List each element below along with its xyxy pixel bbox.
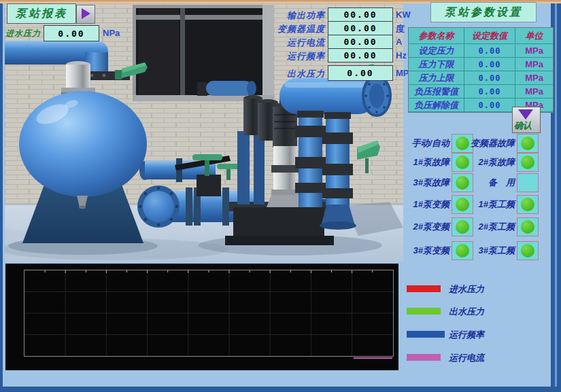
status-label-pump2-mains: 2#泵工频 [464, 221, 515, 233]
legend-label-inlet: 进水压力 [449, 283, 484, 296]
param-value-input[interactable]: 0.00 [464, 71, 515, 85]
readout-unit-frequency: Hz [396, 50, 407, 60]
param-name: 压力上限 [409, 71, 464, 85]
current-trace [354, 357, 392, 359]
param-value-input[interactable]: 0.00 [464, 99, 515, 112]
readout-unit-current: A [396, 37, 402, 47]
trend-grid [24, 270, 393, 356]
readout-value-frequency: 00.00 [328, 48, 393, 63]
status-label-auto-manual: 手动/自动 [405, 137, 449, 149]
lamp-icon [521, 156, 534, 169]
legend-item: 出水压力 [407, 306, 556, 317]
legend-label-outlet: 出水压力 [449, 306, 484, 318]
lamp-icon [521, 220, 534, 234]
readout-value-vfd-temp: 00.00 [328, 21, 393, 35]
outlet-pressure-value: 0.00 [328, 65, 393, 81]
readout-label-power: 输出功率 [245, 10, 325, 22]
readout-value-current: 00.00 [328, 35, 393, 49]
readout-unit-power: KW [396, 10, 411, 20]
outlet-pressure-label: 出水压力 [275, 68, 325, 80]
legend-label-frequency: 运行频率 [449, 329, 484, 341]
param-unit: MPa [515, 44, 553, 58]
legend-item: 运行电流 [407, 352, 556, 363]
status-lamp-pump1-mains [517, 195, 539, 214]
inlet-pressure-label: 进水压力 [5, 28, 41, 39]
status-label-pump3-fault: 3#泵故障 [405, 177, 449, 189]
param-value-input[interactable]: 0.00 [464, 44, 515, 58]
legend-label-current: 运行电流 [449, 352, 484, 364]
parameter-table: 参数名称 设定数值 单位 设定压力 0.00 MPa 压力下限 0.00 MPa… [408, 27, 554, 113]
report-button[interactable]: 泵站报表 [7, 3, 76, 24]
status-lamp-pump3-mains [517, 241, 539, 260]
window-border-bottom [0, 387, 561, 392]
confirm-button-label: 确认 [514, 120, 532, 132]
legend-swatch-outlet [407, 308, 441, 315]
status-lamp-spare [517, 173, 539, 192]
status-label-pump3-mains: 3#泵工频 [464, 245, 515, 257]
confirm-button[interactable]: 确认 [512, 107, 541, 133]
play-icon [82, 8, 90, 19]
legend-swatch-frequency [407, 331, 445, 338]
window-border-left [0, 3, 3, 392]
status-label-pump3-vfd: 3#泵变频 [405, 245, 449, 257]
outlet-manifold [279, 78, 376, 119]
table-header-unit: 单位 [515, 28, 553, 44]
legend-item: 运行频率 [407, 329, 556, 340]
trend-legend: 进水压力 出水压力 运行频率 运行电流 [407, 279, 556, 367]
status-lamp-pump2-fault [517, 153, 539, 172]
table-header-value: 设定数值 [464, 28, 515, 44]
readout-unit-vfd-temp: 度 [396, 23, 405, 35]
inlet-pressure-value: 0.00 [44, 25, 99, 41]
confirm-arrow-icon [518, 109, 533, 120]
pump-station-hmi: { "header": { "report_button_label": "泵站… [0, 0, 561, 392]
param-unit: MPa [515, 58, 553, 71]
tank-top-cylinder [61, 61, 95, 94]
status-label-vfd-fault: 变频器故障 [464, 137, 515, 149]
readout-value-power: 00.00 [328, 7, 393, 22]
status-lamp-vfd-fault [517, 134, 539, 153]
status-label-pump1-fault: 1#泵故障 [405, 156, 449, 168]
status-indicator-grid: 手动/自动 变频器故障 1#泵故障 2#泵故障 3#泵故障 备 用 1#泵变频 … [405, 134, 551, 263]
param-unit: MPa [515, 85, 553, 99]
status-label-pump2-fault: 2#泵故障 [464, 156, 515, 168]
param-unit: MPa [515, 71, 553, 85]
param-name: 负压报警值 [409, 85, 464, 99]
param-name: 负压解除值 [409, 99, 464, 112]
param-value-input[interactable]: 0.00 [464, 85, 515, 99]
lamp-icon [521, 198, 534, 211]
legend-swatch-current [407, 354, 441, 361]
pump-base [225, 202, 334, 245]
readout-label-vfd-temp: 变频器温度 [245, 23, 325, 35]
front-flange-cap [137, 185, 180, 228]
status-label-pump1-mains: 1#泵工频 [464, 198, 515, 211]
lamp-icon [521, 244, 534, 257]
trend-plot-area [24, 270, 394, 357]
manifold-end-cap [363, 76, 390, 115]
table-header-name: 参数名称 [409, 28, 464, 44]
legend-swatch-inlet [407, 285, 441, 292]
settings-panel-title: 泵站参数设置 [430, 2, 537, 22]
trend-chart [5, 264, 398, 370]
readout-label-frequency: 运行频率 [245, 50, 325, 63]
lamp-icon [521, 137, 534, 150]
param-name: 设定压力 [409, 44, 464, 58]
param-value-input[interactable]: 0.00 [464, 58, 515, 71]
readout-label-current: 运行电流 [245, 37, 325, 49]
legend-item: 进水压力 [407, 283, 556, 294]
status-label-spare: 备 用 [464, 177, 515, 189]
report-nav-button[interactable] [76, 5, 95, 24]
status-label-pump2-vfd: 2#泵变频 [405, 221, 449, 233]
status-lamp-pump2-mains [517, 217, 539, 236]
inlet-pressure-unit: NPa [103, 28, 120, 38]
status-label-pump1-vfd: 1#泵变频 [405, 198, 449, 211]
param-name: 压力下限 [409, 58, 464, 71]
